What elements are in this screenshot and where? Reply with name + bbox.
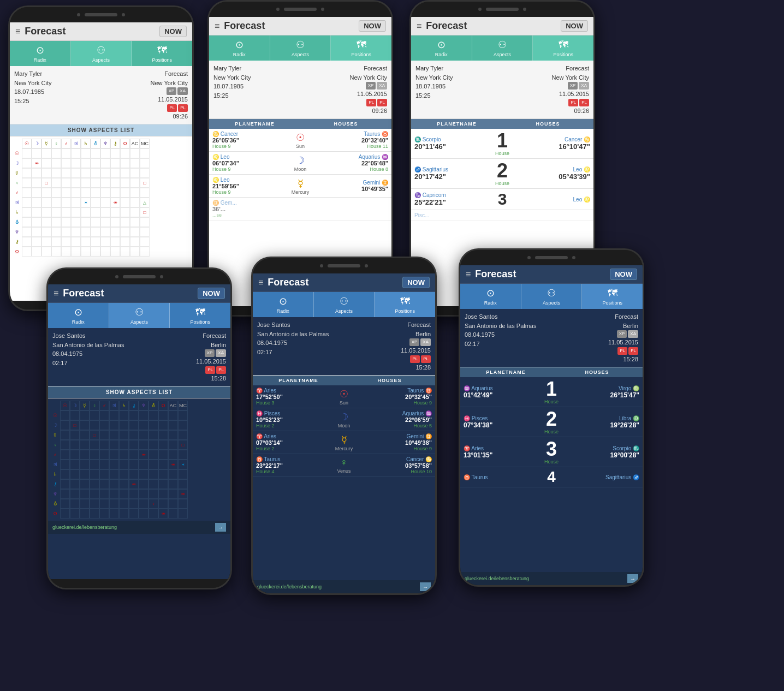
tab-bar: ⊙ Radix ⚇ Aspects 🗺 Positions <box>48 303 230 328</box>
xa-badge: XA <box>177 87 188 95</box>
tab-radix[interactable]: ⊙ Radix <box>411 35 472 61</box>
location-left: New York City <box>14 79 51 88</box>
tab-aspects[interactable]: ⚇ Aspects <box>521 284 583 309</box>
user-name: Mary Tyler <box>14 69 51 79</box>
planet-row-venus: ♉ Taurus 23°22'17" House 4 ♀ Venus Cance… <box>253 454 435 477</box>
phone-bottom-middle: ≡ Forecast NOW ⊙ Radix ⚇ Aspects 🗺 Posit… <box>251 257 437 595</box>
date-right: 11.05.2015 <box>151 95 188 104</box>
tab-radix[interactable]: ⊙ Radix <box>48 303 109 328</box>
time-left: 15:25 <box>14 97 51 106</box>
now-badge[interactable]: NOW <box>159 26 187 37</box>
tab-aspects[interactable]: ⚇ Aspects <box>109 303 170 328</box>
show-aspects-btn[interactable]: SHOW ASPECTS LIST <box>48 386 230 398</box>
aspects-grid: ☉ ☽ ☿ ♀ ♂ ♃ ♄ ⚷ ♆ ⛢ Ω AC MC ☉ <box>48 398 230 521</box>
app-header: ≡ Forecast NOW <box>253 273 435 292</box>
app-header: ≡ Forecast NOW <box>460 265 643 284</box>
tab-positions[interactable]: 🗺 Positions <box>132 41 192 66</box>
menu-icon[interactable]: ≡ <box>466 270 471 279</box>
pl-badge2: PL <box>178 104 188 112</box>
now-badge[interactable]: NOW <box>402 277 430 288</box>
forecast-label: Forecast <box>151 69 188 79</box>
arrow-button[interactable]: → <box>627 574 638 576</box>
show-aspects-btn[interactable]: SHOW ASPECTS LIST <box>10 124 192 136</box>
now-badge[interactable]: NOW <box>561 20 588 32</box>
radix-icon: ⊙ <box>36 44 44 56</box>
tab-radix-label: Radix <box>34 57 46 63</box>
planet-headers: PLANETNAME HOUSES <box>460 367 643 377</box>
tab-aspects[interactable]: ⚇ Aspects <box>71 41 132 66</box>
tab-radix[interactable]: ⊙ Radix <box>253 292 314 317</box>
positions-icon: 🗺 <box>157 45 167 56</box>
tab-positions[interactable]: 🗺 Positions <box>170 303 230 328</box>
planet-row-sun: ♋ Cancer 26°05'36" House 9 ☉ Sun Taurus … <box>209 129 391 152</box>
app-header: ≡ Forecast NOW <box>48 284 230 303</box>
time-right: 09:26 <box>151 112 188 121</box>
planet-row-moon: ♓ Pisces 10°52'23" House 2 ☽ Moon Aquari… <box>253 408 435 431</box>
menu-icon[interactable]: ≡ <box>54 289 58 299</box>
arrow-button[interactable]: → <box>215 523 226 532</box>
app-title: Forecast <box>25 26 66 37</box>
house-row-2: ♓ Pisces 07°34'38" 2 House Libra ♎ 19°26… <box>460 407 643 437</box>
tab-positions-label: Positions <box>152 57 172 63</box>
aspects-grid: ☉ ☽ ☿ ♀ ♂ ♃ ♄ ⛢ ♆ ⚷ Ω AC MC ☉ <box>10 136 192 259</box>
date-left: 18.07.1985 <box>14 87 51 97</box>
tab-radix[interactable]: ⊙ Radix <box>209 35 270 61</box>
tab-radix[interactable]: ⊙ Radix <box>460 284 521 309</box>
tab-aspects[interactable]: ⚇ Aspects <box>472 35 533 61</box>
planet-row-partial: ♊ Gem... 36'... ...se <box>209 198 391 221</box>
house-row-partial: Pisc... <box>411 210 593 221</box>
app-title: Forecast <box>224 20 265 32</box>
app-title: Forecast <box>426 20 467 32</box>
tab-bar: ⊙ Radix ⚇ Aspects 🗺 Positions <box>411 35 593 61</box>
tab-positions[interactable]: 🗺 Positions <box>582 284 643 309</box>
tab-positions[interactable]: 🗺 Positions <box>533 35 593 61</box>
tab-positions[interactable]: 🗺 Positions <box>375 292 435 317</box>
info-section: Jose Santos San Antonio de las Palmas 08… <box>253 317 435 376</box>
app-title: Forecast <box>63 288 104 299</box>
app-header: ≡ Forecast NOW <box>10 22 192 41</box>
house-row-4: ♉ Taurus 4 Sagittarius ♐ <box>460 467 643 487</box>
menu-icon[interactable]: ≡ <box>15 27 20 37</box>
house-row-1: ♏ Scorpio 20°11'46" 1 House Cancer ♋ 16°… <box>411 129 593 159</box>
house-row-3: ♈ Aries 13°01'35" 3 House Scorpio ♏ 19°0… <box>460 437 643 467</box>
phone-bottom-left: ≡ Forecast NOW ⊙ Radix ⚇ Aspects 🗺 Posit… <box>46 267 232 589</box>
app-header: ≡ Forecast NOW <box>411 17 593 35</box>
url-label: glueckerei.de/lebensberatung <box>257 584 417 585</box>
tab-aspects[interactable]: ⚇ Aspects <box>314 292 375 317</box>
tab-bar: ⊙ Radix ⚇ Aspects 🗺 Positions <box>10 41 192 66</box>
info-section: Mary Tyler New York City 18.07.1985 15:2… <box>10 66 192 124</box>
arrow-button[interactable]: → <box>420 582 431 585</box>
planet-row-mercury: ♌ Leo 21°59'56" House 9 ☿ Mercury Gemini… <box>209 175 391 198</box>
planet-row-sun: ♈ Aries 17°52'50" House 3 ☉ Sun Taurus ♉… <box>253 385 435 408</box>
tab-bar: ⊙ Radix ⚇ Aspects 🗺 Positions <box>253 292 435 317</box>
location-right: New York City <box>151 79 188 88</box>
now-badge[interactable]: NOW <box>198 288 225 299</box>
tab-aspects[interactable]: ⚇ Aspects <box>270 35 331 61</box>
now-badge[interactable]: NOW <box>610 269 637 280</box>
app-header: ≡ Forecast NOW <box>209 17 391 35</box>
menu-icon[interactable]: ≡ <box>258 278 263 288</box>
bottom-nav: glueckerei.de/lebensberatung → <box>48 521 230 534</box>
info-section: Jose Santos San Antonio de las Palmas 08… <box>48 328 230 386</box>
info-section: Jose Santos San Antonio de las Palmas 08… <box>460 309 643 367</box>
aspects-icon: ⚇ <box>97 44 105 56</box>
url-label: glueckerei.de/lebensberatung <box>52 525 212 530</box>
house-row-1: ♒ Aquarius 01°42'49" 1 House Virgo ♍ 26°… <box>460 377 643 407</box>
house-row-2: ♐ Sagittarius 20°17'42" 2 House Leo ♌ 05… <box>411 159 593 189</box>
bottom-nav: glueckerei.de/lebensberatung → <box>460 572 643 576</box>
now-badge[interactable]: NOW <box>359 20 386 32</box>
menu-icon[interactable]: ≡ <box>417 21 421 31</box>
planet-headers: PLANETNAME HOUSES <box>411 119 593 129</box>
planet-row-moon: ♌ Leo 06°07'34" House 9 ☽ Moon Aquarius … <box>209 152 391 175</box>
phone-bottom-right: ≡ Forecast NOW ⊙ Radix ⚇ Aspects 🗺 Posit… <box>459 248 644 587</box>
tab-positions[interactable]: 🗺 Positions <box>331 35 391 61</box>
house-row-3: ♑ Capricorn 25°22'21" 3 Leo ♌ <box>411 189 593 210</box>
planet-headers: PLANETNAME HOUSES <box>253 376 435 385</box>
planet-headers: PLANETNAME HOUSES <box>209 119 391 129</box>
tab-radix[interactable]: ⊙ Radix <box>10 41 71 66</box>
xp-badge: XP <box>167 87 177 95</box>
app-title: Forecast <box>475 269 516 280</box>
tab-bar: ⊙ Radix ⚇ Aspects 🗺 Positions <box>460 284 643 309</box>
menu-icon[interactable]: ≡ <box>215 21 219 31</box>
phone-top-left: ≡ Forecast NOW ⊙ Radix ⚇ Aspects 🗺 Posit… <box>8 5 194 311</box>
